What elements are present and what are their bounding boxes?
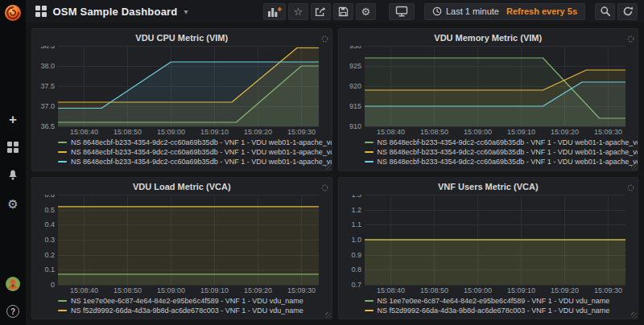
dashboard-grid-icon [35, 6, 47, 17]
zoom-out-time-button[interactable] [595, 3, 615, 20]
legend-item[interactable]: NS 8648ecbf-b233-4354-9dc2-cc60a69b35db … [365, 138, 634, 147]
svg-text:15:09:10: 15:09:10 [200, 128, 229, 136]
legend-item[interactable]: NS 1ee7e0ee-6c87-4e64-84e2-e95be6c4f589 … [58, 296, 327, 306]
svg-text:15:08:40: 15:08:40 [70, 286, 98, 294]
time-range-picker[interactable]: Last 1 minute Refresh every 5s [424, 3, 585, 20]
panel-resize-handle[interactable] [325, 164, 331, 170]
save-dashboard-button[interactable] [333, 3, 353, 20]
svg-text:38.0: 38.0 [40, 62, 55, 70]
chevron-down-icon: ▾ [184, 7, 188, 16]
star-icon: ☆ [294, 6, 303, 17]
svg-text:15:09:10: 15:09:10 [506, 128, 535, 136]
cycle-view-mode-button[interactable] [389, 3, 415, 20]
legend-series-name: NS 8648ecbf-b233-4354-9dc2-cc60a69b35db … [71, 158, 332, 166]
star-dashboard-button[interactable]: ☆ [288, 3, 308, 20]
dashboard-settings-button[interactable]: ⚙ [356, 3, 376, 20]
svg-text:0.6: 0.6 [44, 195, 55, 199]
svg-text:920: 920 [349, 82, 361, 90]
sidebar-item-alerting[interactable] [4, 167, 22, 184]
apps-grid-icon [7, 142, 19, 153]
legend-color-dash [58, 151, 67, 153]
legend-item[interactable]: NS 8648ecbf-b233-4354-9dc2-cc60a69b35db … [58, 147, 327, 157]
legend-item[interactable]: NS f52d9992-66da-4d3a-9b8d-ac6de678c003 … [58, 306, 327, 315]
svg-text:15:09:10: 15:09:10 [200, 286, 229, 294]
panel-title[interactable]: VDU CPU Metric (VIM) [37, 31, 327, 44]
panel-title[interactable]: VDU Load Metric (VCA) [37, 180, 327, 193]
svg-text:0: 0 [51, 281, 55, 289]
question-icon: ? [10, 307, 15, 316]
user-avatar[interactable] [5, 276, 21, 295]
panel-resize-handle[interactable] [631, 312, 637, 318]
panel-loading-spinner-icon [627, 31, 634, 46]
svg-text:15:08:50: 15:08:50 [419, 128, 448, 136]
legend-color-dash [58, 161, 67, 162]
svg-text:15:09:30: 15:09:30 [593, 128, 621, 136]
sidebar-item-dashboards[interactable] [4, 138, 22, 156]
legend-item[interactable]: NS f52d9992-66da-4d3a-9b8d-ac6de678c003 … [365, 306, 634, 315]
panel-resize-handle[interactable] [631, 164, 637, 170]
svg-text:15:09:30: 15:09:30 [287, 128, 316, 136]
topbar-actions: ☆ ⚙ [261, 3, 638, 20]
legend-item[interactable]: NS 8648ecbf-b233-4354-9dc2-cc60a69b35db … [365, 147, 634, 157]
refresh-dashboard-button[interactable] [617, 3, 638, 20]
chart-legend: NS 8648ecbf-b233-4354-9dc2-cc60a69b35db … [365, 138, 634, 167]
svg-text:1.1: 1.1 [351, 220, 361, 228]
legend-color-dash [58, 310, 67, 311]
svg-text:15:09:30: 15:09:30 [287, 286, 316, 294]
gear-icon: ⚙ [361, 6, 371, 17]
dashboard-title: OSM Sample Dashboard [53, 6, 178, 18]
svg-text:15:09:00: 15:09:00 [463, 128, 491, 136]
chart-vdu-load[interactable]: 15:08:4015:08:5015:09:0015:09:1015:09:20… [37, 195, 325, 295]
help-button[interactable]: ? [6, 305, 19, 318]
svg-text:15:09:00: 15:09:00 [157, 128, 185, 136]
save-icon [338, 6, 349, 17]
refresh-icon [622, 6, 634, 17]
legend-series-name: NS 1ee7e0ee-6c87-4e64-84e2-e95be6c4f589 … [378, 297, 610, 305]
svg-text:15:09:20: 15:09:20 [244, 128, 272, 136]
svg-text:925: 925 [349, 62, 361, 70]
share-dashboard-button[interactable] [311, 3, 331, 20]
grafana-logo[interactable] [2, 2, 23, 27]
svg-text:15:08:50: 15:08:50 [114, 286, 142, 294]
panel-loading-spinner-icon [321, 31, 328, 46]
chart-vnf-users[interactable]: 15:08:4015:08:5015:09:0015:09:1015:09:20… [344, 195, 632, 295]
dashboard-title-picker[interactable]: OSM Sample Dashboard ▾ [35, 6, 188, 18]
add-panel-button[interactable] [263, 3, 286, 20]
panel-loading-spinner-icon [321, 180, 328, 195]
legend-series-name: NS f52d9992-66da-4d3a-9b8d-ac6de678c003 … [71, 306, 303, 315]
svg-text:15:09:20: 15:09:20 [550, 128, 578, 136]
topbar: OSM Sample Dashboard ▾ ☆ [26, 0, 644, 23]
legend-item[interactable]: NS 8648ecbf-b233-4354-9dc2-cc60a69b35db … [365, 157, 634, 167]
create-button[interactable]: + [4, 110, 22, 128]
sidebar-item-configuration[interactable]: ⚙ [4, 195, 22, 212]
chart-vdu-memory[interactable]: 15:08:4015:08:5015:09:0015:09:1015:09:20… [344, 46, 632, 137]
svg-text:0.1: 0.1 [44, 265, 55, 274]
sidebar-bottom: ? [5, 276, 21, 318]
svg-text:1.2: 1.2 [351, 205, 361, 213]
legend-item[interactable]: NS 1ee7e0ee-6c87-4e64-84e2-e95be6c4f589 … [365, 296, 634, 306]
panel-resize-handle[interactable] [325, 312, 331, 318]
clock-icon [432, 6, 442, 16]
svg-text:15:09:30: 15:09:30 [593, 286, 621, 294]
magnifier-icon [600, 6, 611, 17]
legend-item[interactable]: NS 8648ecbf-b233-4354-9dc2-cc60a69b35db … [58, 157, 327, 167]
svg-text:38.5: 38.5 [40, 46, 55, 50]
svg-text:15:09:00: 15:09:00 [157, 286, 185, 294]
legend-item[interactable]: NS 8648ecbf-b233-4354-9dc2-cc60a69b35db … [58, 138, 327, 147]
series-fill [365, 240, 625, 285]
svg-text:15:08:50: 15:08:50 [419, 286, 448, 294]
legend-color-dash [365, 310, 374, 311]
svg-text:915: 915 [349, 102, 361, 110]
panel-title[interactable]: VDU Memory Metric (VIM) [344, 31, 634, 44]
panel-title[interactable]: VNF Users Metric (VCA) [344, 180, 634, 193]
chart-vdu-cpu[interactable]: 15:08:4015:08:5015:09:0015:09:1015:09:20… [37, 46, 325, 137]
sidebar: + ⚙ [0, 0, 26, 325]
series-fill [58, 62, 319, 126]
svg-text:0.7: 0.7 [351, 281, 361, 289]
legend-series-name: NS 8648ecbf-b233-4354-9dc2-cc60a69b35db … [71, 138, 332, 146]
legend-color-dash [58, 300, 67, 302]
svg-text:15:09:20: 15:09:20 [550, 286, 578, 294]
svg-text:0.3: 0.3 [44, 236, 55, 244]
time-range-label: Last 1 minute [446, 6, 499, 16]
svg-text:0.9: 0.9 [351, 250, 361, 258]
